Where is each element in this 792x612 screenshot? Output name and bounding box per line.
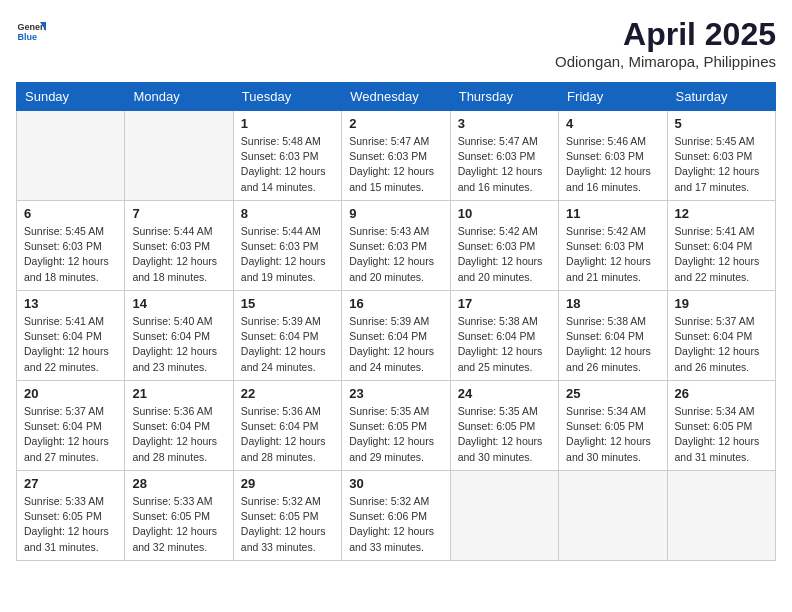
weekday-header-friday: Friday — [559, 83, 667, 111]
cell-info: Sunrise: 5:44 AMSunset: 6:03 PMDaylight:… — [132, 224, 225, 285]
calendar-cell: 20Sunrise: 5:37 AMSunset: 6:04 PMDayligh… — [17, 381, 125, 471]
day-number: 17 — [458, 296, 551, 311]
calendar-cell: 18Sunrise: 5:38 AMSunset: 6:04 PMDayligh… — [559, 291, 667, 381]
cell-info: Sunrise: 5:32 AMSunset: 6:06 PMDaylight:… — [349, 494, 442, 555]
cell-info: Sunrise: 5:45 AMSunset: 6:03 PMDaylight:… — [24, 224, 117, 285]
day-number: 18 — [566, 296, 659, 311]
calendar-cell: 1Sunrise: 5:48 AMSunset: 6:03 PMDaylight… — [233, 111, 341, 201]
logo-icon: General Blue — [16, 16, 46, 46]
month-title: April 2025 — [555, 16, 776, 53]
cell-info: Sunrise: 5:36 AMSunset: 6:04 PMDaylight:… — [241, 404, 334, 465]
cell-info: Sunrise: 5:34 AMSunset: 6:05 PMDaylight:… — [675, 404, 768, 465]
day-number: 20 — [24, 386, 117, 401]
cell-info: Sunrise: 5:37 AMSunset: 6:04 PMDaylight:… — [675, 314, 768, 375]
calendar-cell: 26Sunrise: 5:34 AMSunset: 6:05 PMDayligh… — [667, 381, 775, 471]
cell-info: Sunrise: 5:47 AMSunset: 6:03 PMDaylight:… — [349, 134, 442, 195]
cell-info: Sunrise: 5:37 AMSunset: 6:04 PMDaylight:… — [24, 404, 117, 465]
day-number: 2 — [349, 116, 442, 131]
day-number: 10 — [458, 206, 551, 221]
calendar-cell: 4Sunrise: 5:46 AMSunset: 6:03 PMDaylight… — [559, 111, 667, 201]
calendar-cell: 19Sunrise: 5:37 AMSunset: 6:04 PMDayligh… — [667, 291, 775, 381]
week-row-1: 1Sunrise: 5:48 AMSunset: 6:03 PMDaylight… — [17, 111, 776, 201]
cell-info: Sunrise: 5:36 AMSunset: 6:04 PMDaylight:… — [132, 404, 225, 465]
calendar-cell: 17Sunrise: 5:38 AMSunset: 6:04 PMDayligh… — [450, 291, 558, 381]
week-row-4: 20Sunrise: 5:37 AMSunset: 6:04 PMDayligh… — [17, 381, 776, 471]
day-number: 12 — [675, 206, 768, 221]
calendar-cell: 24Sunrise: 5:35 AMSunset: 6:05 PMDayligh… — [450, 381, 558, 471]
day-number: 23 — [349, 386, 442, 401]
calendar-cell — [17, 111, 125, 201]
calendar-cell: 11Sunrise: 5:42 AMSunset: 6:03 PMDayligh… — [559, 201, 667, 291]
day-number: 16 — [349, 296, 442, 311]
calendar-cell: 6Sunrise: 5:45 AMSunset: 6:03 PMDaylight… — [17, 201, 125, 291]
calendar-cell: 2Sunrise: 5:47 AMSunset: 6:03 PMDaylight… — [342, 111, 450, 201]
cell-info: Sunrise: 5:35 AMSunset: 6:05 PMDaylight:… — [458, 404, 551, 465]
day-number: 25 — [566, 386, 659, 401]
title-block: April 2025 Odiongan, Mimaropa, Philippin… — [555, 16, 776, 70]
day-number: 28 — [132, 476, 225, 491]
calendar-cell: 25Sunrise: 5:34 AMSunset: 6:05 PMDayligh… — [559, 381, 667, 471]
calendar-cell: 9Sunrise: 5:43 AMSunset: 6:03 PMDaylight… — [342, 201, 450, 291]
weekday-header-wednesday: Wednesday — [342, 83, 450, 111]
svg-text:Blue: Blue — [18, 32, 38, 42]
cell-info: Sunrise: 5:42 AMSunset: 6:03 PMDaylight:… — [566, 224, 659, 285]
calendar-cell: 8Sunrise: 5:44 AMSunset: 6:03 PMDaylight… — [233, 201, 341, 291]
day-number: 13 — [24, 296, 117, 311]
day-number: 1 — [241, 116, 334, 131]
cell-info: Sunrise: 5:34 AMSunset: 6:05 PMDaylight:… — [566, 404, 659, 465]
cell-info: Sunrise: 5:42 AMSunset: 6:03 PMDaylight:… — [458, 224, 551, 285]
calendar-cell — [125, 111, 233, 201]
day-number: 7 — [132, 206, 225, 221]
location: Odiongan, Mimaropa, Philippines — [555, 53, 776, 70]
calendar-cell — [667, 471, 775, 561]
day-number: 27 — [24, 476, 117, 491]
day-number: 22 — [241, 386, 334, 401]
calendar-cell: 23Sunrise: 5:35 AMSunset: 6:05 PMDayligh… — [342, 381, 450, 471]
day-number: 8 — [241, 206, 334, 221]
calendar-cell: 15Sunrise: 5:39 AMSunset: 6:04 PMDayligh… — [233, 291, 341, 381]
cell-info: Sunrise: 5:47 AMSunset: 6:03 PMDaylight:… — [458, 134, 551, 195]
cell-info: Sunrise: 5:38 AMSunset: 6:04 PMDaylight:… — [458, 314, 551, 375]
week-row-5: 27Sunrise: 5:33 AMSunset: 6:05 PMDayligh… — [17, 471, 776, 561]
calendar-cell — [559, 471, 667, 561]
cell-info: Sunrise: 5:32 AMSunset: 6:05 PMDaylight:… — [241, 494, 334, 555]
day-number: 30 — [349, 476, 442, 491]
weekday-header-saturday: Saturday — [667, 83, 775, 111]
calendar-cell: 27Sunrise: 5:33 AMSunset: 6:05 PMDayligh… — [17, 471, 125, 561]
day-number: 6 — [24, 206, 117, 221]
calendar-cell: 30Sunrise: 5:32 AMSunset: 6:06 PMDayligh… — [342, 471, 450, 561]
day-number: 9 — [349, 206, 442, 221]
weekday-header-tuesday: Tuesday — [233, 83, 341, 111]
day-number: 5 — [675, 116, 768, 131]
cell-info: Sunrise: 5:33 AMSunset: 6:05 PMDaylight:… — [132, 494, 225, 555]
calendar-cell: 14Sunrise: 5:40 AMSunset: 6:04 PMDayligh… — [125, 291, 233, 381]
cell-info: Sunrise: 5:43 AMSunset: 6:03 PMDaylight:… — [349, 224, 442, 285]
cell-info: Sunrise: 5:40 AMSunset: 6:04 PMDaylight:… — [132, 314, 225, 375]
cell-info: Sunrise: 5:41 AMSunset: 6:04 PMDaylight:… — [24, 314, 117, 375]
cell-info: Sunrise: 5:35 AMSunset: 6:05 PMDaylight:… — [349, 404, 442, 465]
day-number: 26 — [675, 386, 768, 401]
week-row-3: 13Sunrise: 5:41 AMSunset: 6:04 PMDayligh… — [17, 291, 776, 381]
calendar-cell: 3Sunrise: 5:47 AMSunset: 6:03 PMDaylight… — [450, 111, 558, 201]
cell-info: Sunrise: 5:48 AMSunset: 6:03 PMDaylight:… — [241, 134, 334, 195]
logo: General Blue — [16, 16, 46, 46]
week-row-2: 6Sunrise: 5:45 AMSunset: 6:03 PMDaylight… — [17, 201, 776, 291]
day-number: 15 — [241, 296, 334, 311]
calendar-cell: 5Sunrise: 5:45 AMSunset: 6:03 PMDaylight… — [667, 111, 775, 201]
calendar-cell: 29Sunrise: 5:32 AMSunset: 6:05 PMDayligh… — [233, 471, 341, 561]
calendar-cell — [450, 471, 558, 561]
calendar-table: SundayMondayTuesdayWednesdayThursdayFrid… — [16, 82, 776, 561]
cell-info: Sunrise: 5:33 AMSunset: 6:05 PMDaylight:… — [24, 494, 117, 555]
day-number: 24 — [458, 386, 551, 401]
cell-info: Sunrise: 5:45 AMSunset: 6:03 PMDaylight:… — [675, 134, 768, 195]
calendar-cell: 16Sunrise: 5:39 AMSunset: 6:04 PMDayligh… — [342, 291, 450, 381]
calendar-cell: 7Sunrise: 5:44 AMSunset: 6:03 PMDaylight… — [125, 201, 233, 291]
cell-info: Sunrise: 5:39 AMSunset: 6:04 PMDaylight:… — [349, 314, 442, 375]
day-number: 11 — [566, 206, 659, 221]
calendar-cell: 28Sunrise: 5:33 AMSunset: 6:05 PMDayligh… — [125, 471, 233, 561]
day-number: 29 — [241, 476, 334, 491]
weekday-header-thursday: Thursday — [450, 83, 558, 111]
day-number: 21 — [132, 386, 225, 401]
page-header: General Blue April 2025 Odiongan, Mimaro… — [16, 16, 776, 70]
cell-info: Sunrise: 5:38 AMSunset: 6:04 PMDaylight:… — [566, 314, 659, 375]
